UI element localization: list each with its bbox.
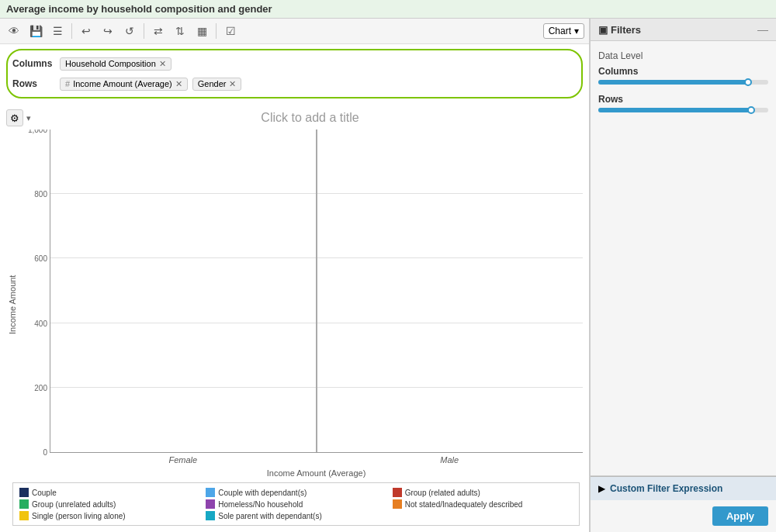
rows-filter-label: Rows [598,94,768,105]
legend-swatch [206,488,215,497]
legend-label: Couple [32,489,57,497]
legend-swatch [19,511,29,520]
group-separator [316,130,317,452]
legend-label: Single (person living alone) [32,512,126,520]
settings-icon[interactable]: ⚙ [6,109,23,126]
columns-row: Columns Household Composition ✕ [12,54,577,74]
legend-swatch [206,511,215,520]
x-label-female: Female [50,453,317,467]
chart-plot: 1,0008006004002000 [50,130,583,453]
gender-label: Gender [198,79,227,88]
legend-item: Group (related adults) [393,488,573,497]
custom-filter-header[interactable]: ▶ Custom Filter Expression [591,476,776,500]
redo-icon[interactable]: ↪ [99,22,117,40]
custom-filter-section: ▶ Custom Filter Expression Apply [591,475,776,532]
income-amount-label: Income Amount (Average) [73,79,172,88]
main-container: 👁 💾 ☰ ↩ ↪ ↺ ⇄ ⇅ ▦ ☑ Chart ▾ Columns [0,19,776,532]
right-panel: ▣ Filters — Data Level Columns Rows ▶ Cu… [590,19,776,532]
legend-swatch [19,488,29,497]
page-title: Average income by household composition … [0,0,776,19]
chart-content: 1,0008006004002000 Female Male Income Am… [19,130,586,479]
household-composition-pill[interactable]: Household Composition ✕ [60,57,171,71]
rows-slider-thumb[interactable] [747,106,755,114]
legend-item: Couple [19,488,199,497]
legend-swatch [393,488,402,497]
custom-filter-arrow: ▶ [598,483,605,494]
chart-wrapper: Income Amount 1,0008006004002000 Female … [6,130,586,479]
y-tick-label: 1,000 [28,130,47,134]
income-amount-pill[interactable]: # Income Amount (Average) ✕ [60,78,188,91]
y-tick-label: 800 [34,190,47,199]
filters-body: Data Level Columns Rows [591,41,776,475]
minimize-icon[interactable]: — [757,23,768,36]
separator-2 [144,23,144,39]
refresh-icon[interactable]: ↺ [120,22,139,40]
income-amount-remove[interactable]: ✕ [175,79,182,89]
rows-slider-fill [598,108,751,112]
filter-icon: ▣ [598,24,608,36]
chart-type-arrow: ▾ [574,26,579,36]
separator-3 [216,23,217,39]
save-icon[interactable]: 💾 [26,22,45,40]
legend-label: Not stated/Inadequately described [405,500,523,509]
rows-row: Rows # Income Amount (Average) ✕ Gender … [12,74,577,94]
data-level-label: Data Level [598,50,768,61]
legend-item: Sole parent with dependant(s) [206,511,386,520]
columns-label: Columns [12,58,55,69]
y-tick-label: 0 [43,448,47,457]
toolbar: 👁 💾 ☰ ↩ ↪ ↺ ⇄ ⇅ ▦ ☑ Chart ▾ [0,19,589,44]
y-tick-label: 600 [34,254,47,263]
legend-swatch [393,499,402,509]
legend-item: Couple with dependant(s) [206,488,386,497]
gender-remove[interactable]: ✕ [229,79,236,89]
filters-title: ▣ Filters [598,24,641,36]
rows-label: Rows [12,78,55,89]
custom-filter-title: Custom Filter Expression [610,483,722,494]
y-tick-label: 200 [34,383,47,392]
columns-slider-track[interactable] [598,80,768,85]
legend-swatch [206,499,215,509]
gender-pill[interactable]: Gender ✕ [192,78,242,91]
grid-icon[interactable]: ▦ [192,22,211,40]
y-axis-label: Income Amount [6,130,19,479]
legend-label: Couple with dependant(s) [218,489,307,497]
legend-label: Group (related adults) [405,489,480,497]
x-axis-area: Female Male [50,453,583,467]
columns-slider-thumb[interactable] [744,78,752,86]
chart-type-label: Chart [549,26,571,36]
apply-button-row: Apply [591,500,776,532]
household-composition-label: Household Composition [65,59,156,68]
chart-title[interactable]: Click to add a title [34,108,586,128]
legend-item: Not stated/Inadequately described [393,499,573,509]
bars-container [50,130,583,452]
household-composition-remove[interactable]: ✕ [159,59,166,69]
eye-icon[interactable]: 👁 [5,22,23,40]
columns-filter-label: Columns [598,66,768,77]
sort-icon[interactable]: ⇅ [171,22,189,40]
chart-area: ⚙ ▾ Click to add a title Income Amount 1… [0,103,589,532]
swap-icon[interactable]: ⇄ [149,22,168,40]
undo-icon[interactable]: ↩ [77,22,95,40]
x-axis-title: Income Amount (Average) [50,467,583,479]
checkbox-icon[interactable]: ☑ [221,22,240,40]
fields-area: Columns Household Composition ✕ Rows # I… [6,49,583,98]
separator-1 [71,23,72,39]
legend-item: Homeless/No household [206,499,386,509]
legend-swatch [19,499,29,509]
legend-item: Single (person living alone) [19,511,199,520]
menu-icon[interactable]: ☰ [48,22,67,40]
columns-slider-fill [598,80,748,85]
left-panel: 👁 💾 ☰ ↩ ↪ ↺ ⇄ ⇅ ▦ ☑ Chart ▾ Columns [0,19,590,532]
rows-slider-track[interactable] [598,108,768,112]
filters-header: ▣ Filters — [591,19,776,41]
legend-item: Group (unrelated adults) [19,499,199,509]
settings-arrow[interactable]: ▾ [26,113,31,123]
chart-settings-row: ⚙ ▾ Click to add a title [6,106,586,130]
legend-area: CoupleCouple with dependant(s)Group (rel… [12,482,580,526]
apply-button[interactable]: Apply [712,506,768,526]
legend-label: Homeless/No household [218,500,303,509]
chart-type-select[interactable]: Chart ▾ [543,23,584,39]
y-tick-label: 400 [34,319,47,327]
hash-icon: # [65,79,70,88]
legend-label: Group (unrelated adults) [32,500,116,509]
